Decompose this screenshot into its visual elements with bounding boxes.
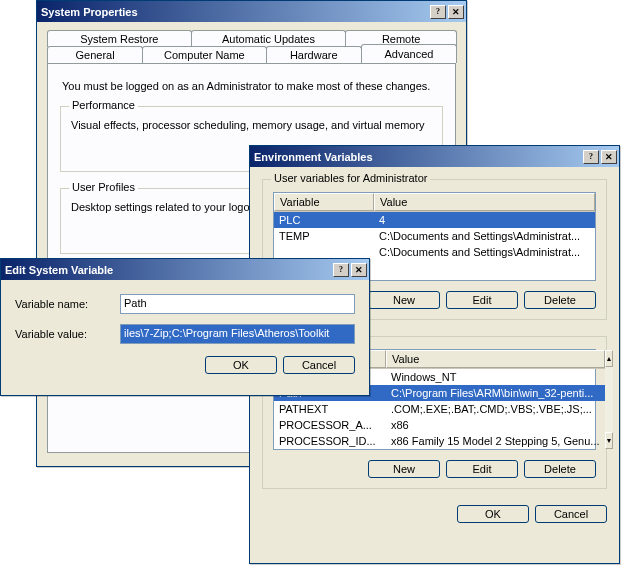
scroll-down-icon[interactable] (605, 432, 614, 449)
close-icon[interactable] (351, 263, 367, 277)
sysprops-title: System Properties (41, 6, 428, 18)
edit-button[interactable]: Edit (446, 460, 518, 478)
help-icon[interactable] (583, 150, 599, 164)
variable-value-label: Variable value: (15, 328, 120, 340)
close-icon[interactable] (448, 5, 464, 19)
delete-button[interactable]: Delete (524, 460, 596, 478)
list-row[interactable]: PROCESSOR_ID... x86 Family 15 Model 2 St… (274, 433, 605, 449)
col-variable[interactable]: Variable (274, 193, 374, 211)
new-button[interactable]: New (368, 291, 440, 309)
tabs-row-2: General Computer Name Hardware Advanced (37, 46, 466, 63)
ok-button[interactable]: OK (205, 356, 277, 374)
help-icon[interactable] (333, 263, 349, 277)
tab-advanced[interactable]: Advanced (361, 44, 457, 63)
edit-system-variable-window: Edit System Variable Variable name: Path… (0, 258, 370, 396)
performance-text: Visual effects, processor scheduling, me… (71, 119, 432, 131)
variable-name-input[interactable]: Path (120, 294, 355, 314)
editvar-title: Edit System Variable (5, 264, 331, 276)
tab-system-restore[interactable]: System Restore (47, 30, 192, 47)
admin-info-text: You must be logged on as an Administrato… (62, 80, 441, 92)
tab-general[interactable]: General (47, 46, 143, 63)
variable-value-row: Variable value: iles\7-Zip;C:\Program Fi… (15, 324, 355, 344)
tab-hardware[interactable]: Hardware (266, 46, 362, 63)
user-vars-legend: User variables for Administrator (271, 172, 430, 184)
list-header: Variable Value (274, 193, 595, 212)
scrollbar[interactable] (605, 350, 614, 449)
envvars-title: Environment Variables (254, 151, 581, 163)
ok-button[interactable]: OK (457, 505, 529, 523)
editvar-buttons: OK Cancel (15, 356, 355, 374)
col-value[interactable]: Value (374, 193, 595, 211)
user-profiles-legend: User Profiles (69, 181, 138, 193)
cancel-button[interactable]: Cancel (535, 505, 607, 523)
variable-name-label: Variable name: (15, 298, 120, 310)
performance-legend: Performance (69, 99, 138, 111)
editvar-titlebar[interactable]: Edit System Variable (1, 259, 369, 280)
sysprops-titlebar[interactable]: System Properties (37, 1, 466, 22)
sys-vars-buttons: New Edit Delete (273, 460, 596, 478)
envvars-titlebar[interactable]: Environment Variables (250, 146, 619, 167)
help-icon[interactable] (430, 5, 446, 19)
edit-button[interactable]: Edit (446, 291, 518, 309)
scroll-up-icon[interactable] (605, 350, 614, 367)
list-row[interactable]: PATHEXT .COM;.EXE;.BAT;.CMD;.VBS;.VBE;.J… (274, 401, 605, 417)
list-row[interactable]: TEMP C:\Documents and Settings\Administr… (274, 228, 595, 244)
close-icon[interactable] (601, 150, 617, 164)
list-row[interactable]: PLC 4 (274, 212, 595, 228)
variable-value-input[interactable]: iles\7-Zip;C:\Program Files\Atheros\Tool… (120, 324, 355, 344)
scroll-track[interactable] (605, 367, 614, 432)
tab-computer-name[interactable]: Computer Name (142, 46, 266, 63)
cancel-button[interactable]: Cancel (283, 356, 355, 374)
new-button[interactable]: New (368, 460, 440, 478)
envvars-dialog-buttons: OK Cancel (262, 505, 607, 523)
variable-name-row: Variable name: Path (15, 294, 355, 314)
list-row[interactable]: PROCESSOR_A... x86 (274, 417, 605, 433)
col-value[interactable]: Value (386, 350, 605, 368)
tab-automatic-updates[interactable]: Automatic Updates (191, 30, 347, 47)
delete-button[interactable]: Delete (524, 291, 596, 309)
